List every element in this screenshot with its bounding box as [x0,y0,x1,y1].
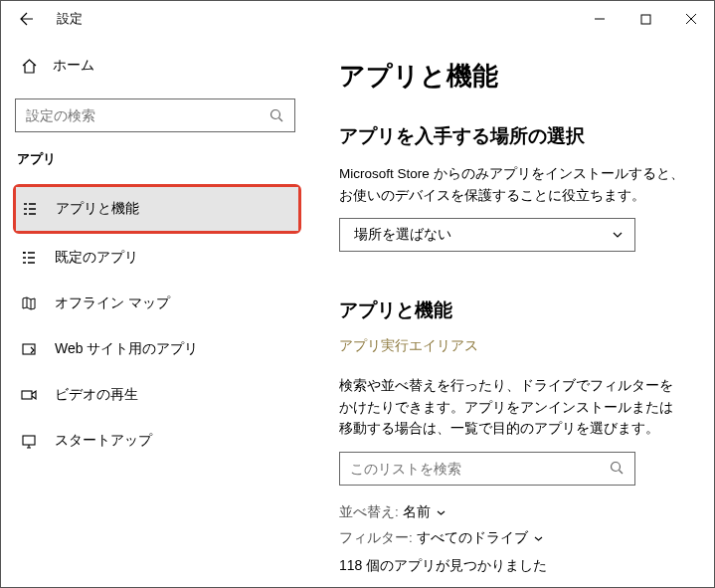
maximize-icon [640,14,651,25]
svg-point-2 [23,252,25,254]
maximize-button[interactable] [623,1,668,37]
chevron-down-icon [436,507,447,518]
install-source-dropdown[interactable]: 場所を選ばない [339,218,635,252]
filter-label: フィルター: [339,530,413,545]
section-desc-source: Microsoft Store からのみアプリをインストールすると、お使いのデバ… [339,163,684,206]
section-title: アプリ [15,150,329,168]
window-title: 設定 [57,10,83,28]
search-icon [269,108,284,123]
search-icon [610,461,625,476]
nav-website-apps[interactable]: Web サイト用のアプリ [15,327,329,371]
svg-rect-4 [22,391,32,399]
section-heading-apps: アプリと機能 [339,297,684,323]
filter-row: フィルター: すべてのドライブ [339,529,684,547]
nav-item-label: オフライン マップ [55,294,170,312]
nav-item-label: Web サイト用のアプリ [55,340,198,358]
close-button[interactable] [668,1,714,37]
sort-row: 並べ替え: 名前 [339,503,684,521]
apps-features-icon [20,201,40,217]
settings-search[interactable] [15,98,295,132]
home-label: ホーム [53,57,94,75]
close-icon [685,13,697,25]
chevron-down-icon [533,533,544,544]
home-icon [19,58,39,75]
home-link[interactable]: ホーム [15,47,329,85]
main-content: アプリと機能 アプリを入手する場所の選択 Microsoft Store からの… [329,37,714,588]
sidebar: ホーム アプリ アプリと機能 既定のアプリ オフライン [1,37,329,588]
back-arrow-icon [19,11,35,27]
app-list-search[interactable] [339,452,635,486]
back-button[interactable] [11,3,43,35]
app-execution-alias-link[interactable]: アプリ実行エイリアス [339,337,684,355]
sort-label: 並べ替え: [339,504,399,519]
nav-offline-maps[interactable]: オフライン マップ [15,282,329,325]
minimize-icon [594,13,606,25]
dropdown-value: 場所を選ばない [354,226,611,244]
chevron-down-icon [611,228,625,242]
svg-rect-0 [641,15,650,24]
section-heading-source: アプリを入手する場所の選択 [339,123,684,149]
highlight-annotation: アプリと機能 [13,184,301,234]
sort-dropdown[interactable]: 名前 [403,504,447,519]
app-count: 118 個のアプリが見つかりました [339,557,684,575]
map-icon [19,295,39,311]
app-list-search-input[interactable] [350,461,610,477]
startup-icon [19,433,39,449]
video-icon [19,387,39,403]
website-apps-icon [19,341,39,357]
svg-point-6 [612,463,621,472]
nav-apps-and-features[interactable]: アプリと機能 [16,187,298,231]
nav-video-playback[interactable]: ビデオの再生 [15,373,329,417]
minimize-button[interactable] [577,1,623,37]
default-apps-icon [19,250,39,266]
nav-item-label: ビデオの再生 [55,386,138,404]
settings-search-input[interactable] [26,107,269,123]
nav-startup[interactable]: スタートアップ [15,419,329,463]
nav-default-apps[interactable]: 既定のアプリ [15,236,329,280]
titlebar: 設定 [1,1,714,37]
nav-item-label: 既定のアプリ [55,249,138,267]
svg-rect-5 [23,436,35,445]
filter-dropdown[interactable]: すべてのドライブ [417,530,545,545]
section-desc-apps: 検索や並べ替えを行ったり、ドライブでフィルターをかけたりできます。アプリをアンイ… [339,375,684,440]
svg-point-1 [271,109,280,118]
nav-item-label: アプリと機能 [56,200,139,218]
page-title: アプリと機能 [339,59,684,94]
nav-item-label: スタートアップ [55,432,152,450]
